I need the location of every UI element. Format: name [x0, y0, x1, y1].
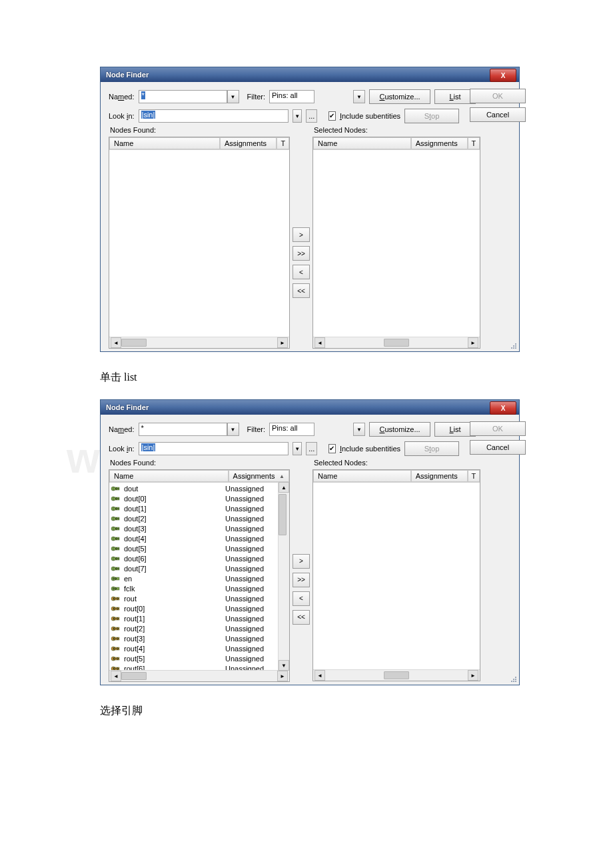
nodes-found-list[interactable]: Name Assignments T ◄ ►	[109, 137, 290, 349]
scroll-left-icon[interactable]: ◄	[314, 337, 325, 348]
column-header-assignments[interactable]: Assignments▲	[229, 470, 289, 482]
cancel-button[interactable]: Cancel	[470, 440, 526, 455]
column-header-t[interactable]: T	[277, 137, 289, 149]
add-one-button[interactable]: >	[293, 227, 310, 242]
ok-button[interactable]: OK	[470, 89, 526, 103]
table-row[interactable]: rout[3]Unassigned	[109, 633, 289, 643]
column-header-t[interactable]: T	[468, 137, 480, 149]
filter-combo[interactable]: Pins: all ▼	[269, 90, 365, 103]
add-one-button[interactable]: >	[293, 554, 310, 569]
horizontal-scrollbar[interactable]: ◄ ►	[109, 337, 289, 348]
column-header-assignments[interactable]: Assignments	[411, 470, 468, 482]
resize-grip-icon[interactable]	[510, 342, 518, 350]
table-row[interactable]: rout[2]Unassigned	[109, 623, 289, 633]
named-combo[interactable]: * ▼	[139, 90, 239, 103]
filter-combo[interactable]: Pins: all ▼	[269, 423, 365, 436]
stop-button[interactable]: Stop	[404, 109, 459, 123]
scroll-right-icon[interactable]: ►	[277, 671, 288, 681]
table-row[interactable]: dout[5]Unassigned	[109, 543, 289, 553]
named-combo[interactable]: * ▼	[139, 423, 239, 436]
scrollbar-thumb[interactable]	[384, 671, 409, 679]
scrollbar-thumb[interactable]	[121, 672, 147, 680]
column-header-assignments[interactable]: Assignments	[220, 137, 277, 149]
chevron-down-icon[interactable]: ▼	[227, 423, 239, 436]
lookin-input[interactable]: |sin|	[139, 109, 289, 123]
horizontal-scrollbar[interactable]: ◄ ►	[313, 337, 480, 348]
table-row[interactable]: dout[7]Unassigned	[109, 563, 289, 573]
include-subentities-checkbox[interactable]: ✔	[328, 444, 336, 453]
close-button[interactable]: X	[490, 401, 516, 415]
chevron-down-icon[interactable]: ▼	[353, 90, 365, 103]
lookin-combo[interactable]: |sin|	[139, 442, 289, 455]
chevron-down-icon[interactable]: ▼	[293, 109, 302, 123]
table-row[interactable]: fclkUnassigned	[109, 583, 289, 593]
scroll-left-icon[interactable]: ◄	[314, 670, 325, 681]
title-bar[interactable]: Node Finder X	[101, 67, 519, 82]
scroll-right-icon[interactable]: ►	[468, 337, 478, 348]
include-subentities-checkbox[interactable]: ✔	[328, 111, 336, 121]
caption-select-pins: 选择引脚	[100, 704, 520, 718]
close-button[interactable]: X	[490, 69, 516, 82]
filter-input[interactable]: Pins: all	[269, 90, 314, 103]
resize-grip-icon[interactable]	[510, 675, 518, 683]
scroll-right-icon[interactable]: ►	[468, 670, 478, 681]
scrollbar-thumb[interactable]	[384, 339, 409, 347]
table-row[interactable]: rout[1]Unassigned	[109, 613, 289, 623]
table-row[interactable]: doutUnassigned	[109, 483, 289, 493]
horizontal-scrollbar[interactable]: ◄ ►	[109, 670, 289, 681]
remove-one-button[interactable]: <	[293, 265, 310, 279]
add-all-button[interactable]: >>	[293, 573, 310, 587]
chevron-down-icon[interactable]: ▼	[227, 90, 239, 103]
vertical-scrollbar[interactable]: ▲ ▼	[278, 482, 289, 671]
table-row[interactable]: dout[6]Unassigned	[109, 553, 289, 563]
add-all-button[interactable]: >>	[293, 246, 310, 261]
browse-button[interactable]: ...	[306, 109, 317, 123]
named-input[interactable]: *	[139, 423, 227, 436]
nodes-found-list[interactable]: Name Assignments▲ doutUnassigneddout[0]U…	[109, 469, 290, 682]
table-row[interactable]: rout[5]Unassigned	[109, 653, 289, 663]
cancel-button[interactable]: Cancel	[470, 107, 526, 122]
remove-all-button[interactable]: <<	[293, 283, 310, 298]
column-header-name[interactable]: Name	[109, 470, 229, 482]
table-row[interactable]: dout[2]Unassigned	[109, 513, 289, 523]
column-header-name[interactable]: Name	[313, 137, 411, 149]
selected-nodes-list[interactable]: Name Assignments T ◄ ►	[312, 137, 480, 349]
scroll-right-icon[interactable]: ►	[277, 337, 288, 348]
table-row[interactable]: enUnassigned	[109, 573, 289, 583]
title-bar[interactable]: Node Finder X	[101, 400, 519, 415]
customize-button[interactable]: Customize...	[369, 422, 430, 437]
column-header-assignments[interactable]: Assignments	[411, 137, 468, 149]
lookin-input[interactable]: |sin|	[139, 442, 289, 455]
table-row[interactable]: dout[0]Unassigned	[109, 493, 289, 503]
table-row[interactable]: routUnassigned	[109, 593, 289, 603]
scroll-down-icon[interactable]: ▼	[279, 660, 289, 671]
remove-one-button[interactable]: <	[293, 591, 310, 606]
scroll-left-icon[interactable]: ◄	[111, 337, 121, 348]
table-row[interactable]: rout[0]Unassigned	[109, 603, 289, 613]
browse-button[interactable]: ...	[306, 442, 317, 455]
row-assignment: Unassigned	[225, 505, 279, 513]
customize-button[interactable]: Customize...	[369, 89, 430, 104]
scroll-up-icon[interactable]: ▲	[279, 482, 289, 493]
table-row[interactable]: dout[3]Unassigned	[109, 523, 289, 533]
table-row[interactable]: dout[4]Unassigned	[109, 533, 289, 543]
column-header-name[interactable]: Name	[109, 137, 220, 149]
column-header-t[interactable]: T	[468, 470, 480, 482]
column-header-name[interactable]: Name	[313, 470, 411, 482]
stop-button[interactable]: Stop	[404, 441, 459, 456]
scrollbar-thumb[interactable]	[121, 339, 147, 347]
scroll-left-icon[interactable]: ◄	[111, 671, 121, 681]
horizontal-scrollbar[interactable]: ◄ ►	[313, 669, 480, 681]
remove-all-button[interactable]: <<	[293, 610, 310, 625]
chevron-down-icon[interactable]: ▼	[293, 442, 302, 455]
lookin-combo[interactable]: |sin|	[139, 109, 289, 123]
chevron-down-icon[interactable]: ▼	[353, 423, 365, 436]
named-input[interactable]: *	[139, 90, 227, 103]
selected-nodes-list[interactable]: Name Assignments T ◄ ►	[312, 469, 480, 681]
filter-input[interactable]: Pins: all	[269, 423, 314, 436]
table-row[interactable]: rout[4]Unassigned	[109, 643, 289, 653]
table-row[interactable]: dout[1]Unassigned	[109, 503, 289, 513]
scrollbar-thumb[interactable]	[279, 494, 287, 535]
table-row[interactable]: rout[6]Unassigned	[109, 663, 289, 670]
ok-button[interactable]: OK	[470, 421, 526, 436]
